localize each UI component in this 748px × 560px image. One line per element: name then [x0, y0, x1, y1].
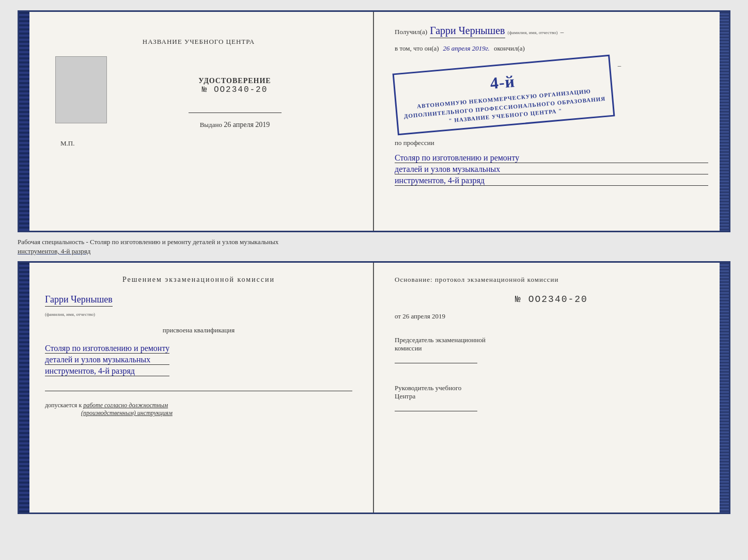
vydano-date: 26 апреля 2019	[224, 121, 270, 129]
dopuskaetsya-prefix: допускается к	[45, 402, 82, 409]
resheniyem-title: Решением экзаменационной комиссии	[45, 276, 352, 284]
rukovoditel-title: Руководитель учебного	[395, 384, 708, 392]
number-prefix: №	[515, 294, 522, 305]
bottom-left-binding	[19, 263, 29, 513]
bottom-person-name: Гарри Чернышев	[45, 294, 113, 307]
vtom-line: в том, что он(а) 26 апреля 2019г. окончи…	[395, 44, 708, 53]
recipient-hint: (фамилия, имя, отчество)	[508, 30, 558, 35]
bottom-qual-line2: деталей и узлов музыкальных	[45, 355, 169, 365]
predsedatel-title: Председатель экзаменационной	[395, 336, 708, 344]
caption-line2: инструментов, 4-й разряд	[18, 247, 90, 255]
dopuskaetsya-value: работе согласно должностным	[83, 402, 168, 409]
okonchil-label: окончил(а)	[494, 44, 525, 53]
poluchil-line: Получил(а) Гарри Чернышев (фамилия, имя,…	[395, 25, 708, 38]
vydano-line: Выдано 26 апреля 2019	[200, 121, 270, 129]
rukovoditel-subtitle: Центра	[395, 392, 708, 401]
dopuskaetsya-block: допускается к работе согласно должностны…	[45, 402, 173, 417]
separator-line	[45, 391, 352, 391]
top-left-title: НАЗВАНИЕ УЧЕБНОГО ЦЕНТРА	[143, 38, 255, 46]
udostoverenie-number: № OO2340-20	[198, 85, 271, 94]
poluchil-prefix: Получил(а)	[395, 28, 427, 36]
bottom-person-hint: (фамилия, имя, отчество)	[45, 312, 95, 317]
prisvoena-label: присвоена квалификация	[45, 326, 352, 334]
udostoverenie-block: УДОСТОВЕРЕНИЕ № OO2340-20	[198, 77, 271, 94]
stamp-block: 4-й АВТОНОМНУЮ НЕКОММЕРЧЕСКУЮ ОРГАНИЗАЦИ…	[393, 55, 615, 135]
ot-date-value: 26 апреля 2019	[402, 312, 445, 320]
protocol-date: от 26 апреля 2019	[395, 312, 708, 321]
diploma-top-left: НАЗВАНИЕ УЧЕБНОГО ЦЕНТРА УДОСТОВЕРЕНИЕ №…	[19, 12, 374, 231]
protocol-number: № OO2340-20	[395, 294, 708, 305]
rukovoditel-signature-line	[395, 411, 477, 411]
vtom-prefix: в том, что он(а)	[395, 44, 439, 53]
profession-block: Столяр по изготовлению и ремонту деталей…	[395, 153, 708, 187]
udostoverenie-label: УДОСТОВЕРЕНИЕ	[198, 77, 271, 85]
mp-label: М.П.	[60, 139, 74, 148]
predsedatel-block: Председатель экзаменационной комиссии	[395, 336, 708, 363]
stamp-area: 4-й АВТОНОМНУЮ НЕКОММЕРЧЕСКУЮ ОРГАНИЗАЦИ…	[395, 61, 708, 129]
rukovoditel-block: Руководитель учебного Центра	[395, 384, 708, 411]
right-dash: –	[618, 61, 621, 70]
diploma-bottom: Решением экзаменационной комиссии Гарри …	[18, 261, 730, 514]
photo-placeholder	[55, 56, 107, 123]
predsedatel-signature-line	[395, 363, 477, 363]
profession-line3: инструментов, 4-й разряд	[395, 176, 708, 186]
osnovanie-title: Основание: протокол экзаменационной коми…	[395, 276, 708, 284]
bottom-person-line: Гарри Чернышев	[45, 294, 113, 307]
bottom-qual-line1: Столяр по изготовлению и ремонту	[45, 344, 169, 354]
profession-line2: деталей и узлов музыкальных	[395, 165, 708, 174]
dopuskaetsya-value2: (производственным) инструкциям	[81, 409, 173, 417]
dash1: –	[560, 28, 564, 36]
diploma-bottom-right: Основание: протокол экзаменационной коми…	[374, 263, 729, 513]
diploma-date: 26 апреля 2019г.	[443, 44, 490, 53]
bottom-qualification-block: Столяр по изготовлению и ремонту деталей…	[45, 344, 169, 378]
diploma-top: НАЗВАНИЕ УЧЕБНОГО ЦЕНТРА УДОСТОВЕРЕНИЕ №…	[18, 10, 730, 232]
ot-label: от	[395, 312, 401, 320]
caption-area: Рабочая специальность - Столяр по изгото…	[18, 237, 730, 256]
right-binding	[720, 12, 729, 231]
profession-line1: Столяр по изготовлению и ремонту	[395, 153, 708, 163]
vydano-label: Выдано	[200, 121, 222, 129]
po-professii-label: по профессии	[395, 139, 708, 147]
bottom-qual-line3: инструментов, 4-й разряд	[45, 366, 169, 376]
predsedatel-subtitle: комиссии	[395, 344, 708, 353]
caption-line1: Рабочая специальность - Столяр по изгото…	[18, 238, 278, 246]
diploma-top-right: Получил(а) Гарри Чернышев (фамилия, имя,…	[374, 12, 729, 231]
diploma-bottom-left: Решением экзаменационной комиссии Гарри …	[19, 263, 374, 513]
recipient-name: Гарри Чернышев	[430, 25, 505, 38]
bottom-right-binding	[720, 263, 729, 513]
number-value: OO2340-20	[528, 294, 588, 305]
